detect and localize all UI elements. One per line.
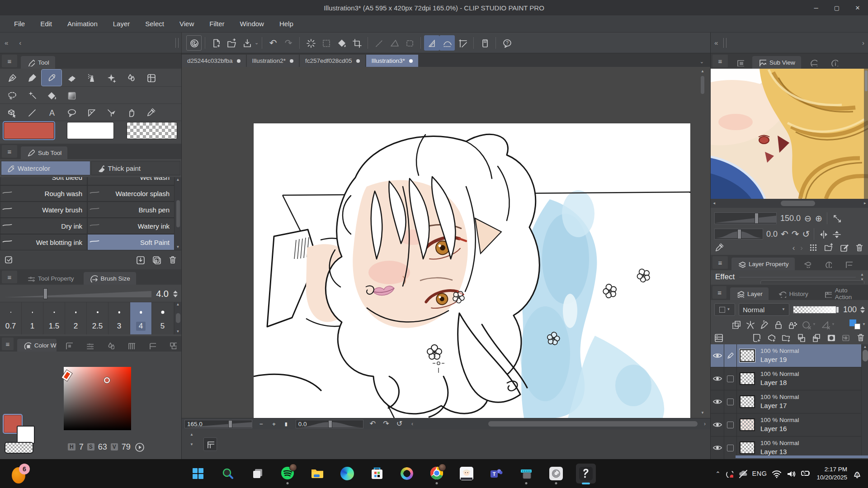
- opacity-handle[interactable]: [836, 306, 839, 313]
- tab-color-wheel[interactable]: Color Wh: [17, 339, 57, 352]
- expand-right-dock-icon[interactable]: ›: [862, 39, 864, 46]
- close-button[interactable]: ✕: [847, 0, 868, 15]
- redo-button[interactable]: ↷: [281, 35, 296, 51]
- tab-color-slider[interactable]: [81, 339, 98, 352]
- blend-mode-select[interactable]: Normal▼: [739, 303, 789, 316]
- wheel-transparent[interactable]: [5, 442, 33, 454]
- canvas-viewport[interactable]: ▲ ▼: [182, 67, 710, 418]
- color-mode-toggle-icon[interactable]: [134, 442, 144, 452]
- layer-property-menu-icon[interactable]: ≡: [712, 256, 728, 269]
- canvas-vscrollbar[interactable]: ▲ ▼: [699, 69, 706, 416]
- lock-layer-icon[interactable]: [773, 319, 783, 329]
- layer-mask-button[interactable]: [826, 333, 836, 343]
- language-indicator[interactable]: ENG: [752, 470, 767, 477]
- open-subview-image-icon[interactable]: [824, 243, 834, 253]
- tool-gradient[interactable]: [61, 87, 81, 103]
- edge-icon[interactable]: [337, 464, 357, 483]
- scroll-down-icon[interactable]: ▼: [176, 245, 180, 249]
- preset-0.7[interactable]: 0.7: [0, 302, 22, 334]
- tool-selection[interactable]: [2, 87, 22, 103]
- tab-color-mixing[interactable]: [102, 339, 119, 352]
- lock-transparent-pixels-icon[interactable]: [787, 319, 797, 329]
- menu-animation[interactable]: Animation: [60, 20, 105, 28]
- clip-studio-logo-icon[interactable]: [186, 35, 202, 51]
- doc-tab-3[interactable]: fc257edf028cd05: [300, 55, 365, 67]
- tab-brush-shape[interactable]: [819, 258, 836, 270]
- layer-checkbox[interactable]: [727, 422, 734, 428]
- sub-color-swatch[interactable]: [67, 122, 114, 139]
- draft-layer-icon[interactable]: [759, 319, 769, 329]
- update-brush-icon[interactable]: [303, 35, 318, 51]
- doc-tab-2[interactable]: Illustration2*: [247, 55, 299, 67]
- tab-layer[interactable]: Layer: [730, 287, 769, 300]
- subview-zoom-slider[interactable]: [714, 212, 777, 224]
- subview-vscrollbar[interactable]: [864, 69, 868, 199]
- transfer-to-lower-layer-button[interactable]: [796, 333, 806, 343]
- rotate-right-icon[interactable]: ↷: [383, 420, 389, 427]
- tool-auto-select[interactable]: [22, 87, 42, 103]
- tool-figure[interactable]: [22, 104, 42, 121]
- clock[interactable]: 2:17 PM 10/20/2025: [816, 465, 847, 482]
- brush-size-stepper[interactable]: [173, 291, 178, 297]
- layer-panel-hscrollbar[interactable]: [736, 455, 868, 458]
- tool-correct-line[interactable]: [101, 104, 121, 121]
- layer-row-17[interactable]: 100 % NormalLayer 17: [711, 390, 868, 413]
- perspective-ruler-icon[interactable]: [387, 35, 402, 51]
- tab-intermediate-color[interactable]: [123, 339, 140, 352]
- tab-list-chevron-icon[interactable]: ⌄: [700, 59, 704, 64]
- ruler-range-dropdown[interactable]: ▼: [820, 319, 835, 329]
- fit-to-screen-icon[interactable]: ▮: [285, 421, 288, 427]
- brush-brush-pen[interactable]: Brush pen: [87, 202, 175, 218]
- brush-soft-paint[interactable]: Soft Paint: [87, 234, 175, 250]
- menu-edit[interactable]: Edit: [33, 20, 60, 28]
- layer-checkbox[interactable]: [727, 399, 734, 405]
- menu-file[interactable]: File: [6, 20, 33, 28]
- scroll-up-icon[interactable]: ▲: [176, 303, 180, 306]
- brush-size-value[interactable]: 4.0: [156, 289, 169, 299]
- chrome-icon[interactable]: [427, 464, 447, 483]
- fill-tool-icon[interactable]: [334, 35, 349, 51]
- new-raster-layer-button[interactable]: [751, 333, 761, 343]
- canvas-hscrollbar[interactable]: [416, 421, 701, 427]
- tool-eraser[interactable]: [61, 70, 81, 86]
- tab-brush-size[interactable]: Brush Size: [84, 272, 136, 285]
- scroll-right-icon[interactable]: ▲: [863, 202, 867, 205]
- preset-1.5[interactable]: 1.5: [43, 302, 65, 334]
- subview-rotate-right-icon[interactable]: ↷: [792, 230, 799, 239]
- save-options-caret-icon[interactable]: ⌄: [255, 40, 259, 45]
- subview-rotate-left-icon[interactable]: ↶: [781, 230, 788, 239]
- palette-color-dropdown[interactable]: ▼: [714, 303, 735, 316]
- sv-marker[interactable]: [104, 377, 110, 383]
- clear-subview-icon[interactable]: [854, 243, 864, 253]
- doc-tab-1[interactable]: d25244c032bfba: [182, 55, 246, 67]
- delete-subtool-icon[interactable]: [168, 255, 178, 265]
- scroll-down-icon[interactable]: ▼: [701, 411, 704, 415]
- onedrive-offline-tray-icon[interactable]: [738, 469, 748, 479]
- tab-tool-property[interactable]: Tool Property: [21, 272, 80, 285]
- screen-record-tray-icon[interactable]: [725, 469, 733, 478]
- tool-pencil[interactable]: [22, 70, 42, 86]
- brush-size-slider-handle[interactable]: [43, 288, 47, 299]
- subview-rotation-slider[interactable]: [714, 229, 763, 239]
- open-file-button[interactable]: [224, 35, 239, 51]
- layer-list-view-icon[interactable]: [713, 333, 723, 343]
- menu-view[interactable]: View: [172, 20, 202, 28]
- hidden-icons-chevron[interactable]: ⌃: [716, 470, 721, 477]
- tab-auto-action[interactable]: Auto Action: [818, 287, 868, 300]
- edit-subview-icon[interactable]: [839, 243, 849, 253]
- search-button[interactable]: [218, 464, 238, 483]
- tool-airbrush[interactable]: [81, 70, 101, 86]
- brush-wet-blotting-ink[interactable]: Wet blotting ink: [0, 234, 87, 250]
- tab-tool[interactable]: Tool: [21, 56, 55, 69]
- tool-move[interactable]: [121, 104, 141, 121]
- prev-image-icon[interactable]: ‹: [793, 244, 795, 252]
- brush-dry-ink[interactable]: Dry ink: [0, 218, 87, 234]
- subview-hscrollbar[interactable]: ▲ ▲: [711, 199, 868, 208]
- crop-frame-icon[interactable]: [349, 35, 364, 51]
- subtool-scrollbar[interactable]: ▲ ▼: [174, 177, 181, 250]
- tab-approximate-color[interactable]: [143, 339, 160, 352]
- scroll-up-icon[interactable]: ▲: [176, 178, 180, 182]
- menu-filter[interactable]: Filter: [202, 20, 232, 28]
- save-button[interactable]: [239, 35, 255, 51]
- subview-image[interactable]: [711, 69, 868, 199]
